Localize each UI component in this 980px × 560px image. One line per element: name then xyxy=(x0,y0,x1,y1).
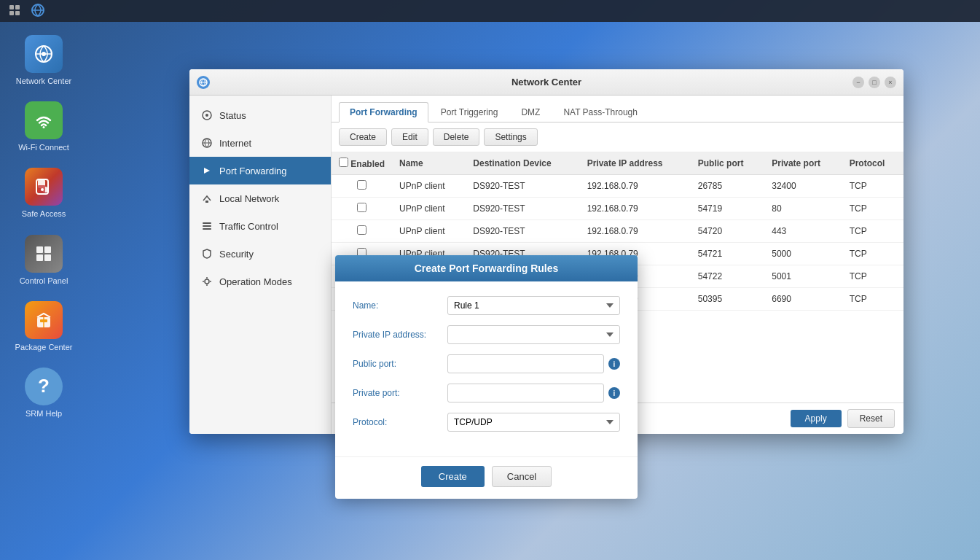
table-row: UPnP client DS920-TEST 192.168.0.79 2678… xyxy=(332,175,903,198)
nav-item-security[interactable]: Security xyxy=(189,240,331,268)
nav-item-internet[interactable]: Internet xyxy=(189,129,331,157)
toolbar: Create Edit Delete Settings xyxy=(332,122,903,152)
window-minimize-button[interactable]: − xyxy=(852,77,864,88)
control-panel-label: Control Panel xyxy=(20,276,68,286)
svg-rect-32 xyxy=(203,228,211,230)
wifi-label: Wi-Fi Connect xyxy=(18,143,69,152)
row-enabled-cell xyxy=(332,175,392,198)
private-port-info-icon[interactable]: i xyxy=(608,387,620,399)
safe-access-icon xyxy=(25,168,63,206)
desktop: Network Center Wi-Fi Connect xyxy=(0,0,980,560)
network-center-icon xyxy=(25,35,63,73)
window-maximize-button[interactable]: □ xyxy=(869,77,880,88)
active-app-button[interactable] xyxy=(27,1,49,20)
nav-item-port-forwarding[interactable]: Port Forwarding xyxy=(189,157,331,184)
svg-rect-29 xyxy=(205,201,208,203)
col-enabled: Enabled xyxy=(332,152,392,175)
window-titlebar: Network Center − □ × xyxy=(189,69,903,96)
col-private-port: Private port xyxy=(764,152,842,175)
sidebar-item-safe-access[interactable]: Safe Access xyxy=(4,162,84,225)
modal-cancel-button[interactable]: Cancel xyxy=(492,466,552,487)
apply-button[interactable]: Apply xyxy=(791,410,842,427)
row-checkbox-2[interactable] xyxy=(357,225,366,235)
table-row: UPnP client DS920-TEST 192.168.0.79 5471… xyxy=(332,198,903,220)
delete-button[interactable]: Delete xyxy=(433,128,480,146)
svg-rect-2 xyxy=(9,11,14,15)
tab-nat-pass-through[interactable]: NAT Pass-Through xyxy=(552,102,648,122)
row-private-ip-cell: 192.168.0.79 xyxy=(580,220,691,243)
svg-rect-30 xyxy=(203,222,211,224)
nav-item-local-network[interactable]: Local Network xyxy=(189,184,331,212)
sidebar-item-package-center[interactable]: Package Center xyxy=(4,295,84,358)
taskbar xyxy=(0,0,980,22)
modal-create-button[interactable]: Create xyxy=(421,466,485,487)
row-device-cell: DS920-TEST xyxy=(466,175,579,198)
control-panel-icon xyxy=(25,235,63,273)
row-public-port-cell: 54722 xyxy=(691,265,765,288)
name-field-label: Name: xyxy=(353,300,447,311)
modal-title: Create Port Forwarding Rules xyxy=(415,262,559,274)
row-private-port-cell: 443 xyxy=(764,220,842,243)
tab-port-triggering[interactable]: Port Triggering xyxy=(430,102,509,122)
sidebar-item-network-center[interactable]: Network Center xyxy=(4,29,84,92)
public-port-input[interactable] xyxy=(447,354,604,373)
table-row: UPnP client DS920-TEST 192.168.0.79 5472… xyxy=(332,220,903,243)
col-name: Name xyxy=(392,152,466,175)
public-port-field-container: i xyxy=(447,354,620,373)
svg-point-25 xyxy=(205,114,208,117)
safe-access-label: Safe Access xyxy=(22,209,66,219)
tab-port-forwarding[interactable]: Port Forwarding xyxy=(339,102,428,122)
nav-item-traffic-control[interactable]: Traffic Control xyxy=(189,212,331,240)
srm-help-label: SRM Help xyxy=(26,409,62,419)
form-row-name: Name: Rule 1 xyxy=(353,296,620,315)
svg-rect-15 xyxy=(36,246,43,253)
row-protocol-cell: TCP xyxy=(842,243,903,265)
name-select[interactable]: Rule 1 xyxy=(447,296,620,315)
create-button[interactable]: Create xyxy=(339,128,387,146)
nav-item-operation-modes[interactable]: Operation Modes xyxy=(189,268,331,295)
svg-rect-31 xyxy=(203,225,211,227)
public-port-info-icon[interactable]: i xyxy=(608,358,620,370)
window-controls: − □ × xyxy=(852,77,896,88)
svg-point-9 xyxy=(43,126,45,128)
row-private-ip-cell: 192.168.0.79 xyxy=(580,175,691,198)
svg-point-14 xyxy=(41,188,44,191)
row-public-port-cell: 54719 xyxy=(691,198,765,220)
network-center-taskbar-icon xyxy=(31,4,44,19)
sidebar-item-wifi[interactable]: Wi-Fi Connect xyxy=(4,96,84,158)
row-checkbox-1[interactable] xyxy=(357,203,366,212)
row-private-port-cell: 32400 xyxy=(764,175,842,198)
modal-body: Name: Rule 1 Private IP address: Public … xyxy=(335,281,638,456)
sidebar-item-srm-help[interactable]: ? SRM Help xyxy=(4,362,84,424)
select-all-checkbox[interactable] xyxy=(339,158,348,167)
window-close-button[interactable]: × xyxy=(885,77,896,88)
private-port-field-container: i xyxy=(447,384,620,402)
col-protocol: Protocol xyxy=(842,152,903,175)
private-ip-select[interactable] xyxy=(447,325,620,344)
package-center-label: Package Center xyxy=(15,343,73,352)
srm-help-icon: ? xyxy=(25,368,63,405)
tab-dmz[interactable]: DMZ xyxy=(510,102,551,122)
protocol-select[interactable]: TCP/UDP TCP UDP xyxy=(447,413,620,432)
private-port-input[interactable] xyxy=(447,384,604,402)
settings-button[interactable]: Settings xyxy=(484,128,537,146)
nav-item-status[interactable]: Status xyxy=(189,101,331,129)
row-name-cell: UPnP client xyxy=(392,198,466,220)
row-private-port-cell: 5001 xyxy=(764,265,842,288)
app-grid-button[interactable] xyxy=(4,1,26,20)
reset-button[interactable]: Reset xyxy=(847,409,895,428)
row-name-cell: UPnP client xyxy=(392,220,466,243)
svg-rect-0 xyxy=(9,5,14,9)
col-private-ip: Private IP address xyxy=(580,152,691,175)
row-protocol-cell: TCP xyxy=(842,175,903,198)
row-private-port-cell: 5000 xyxy=(764,243,842,265)
row-public-port-cell: 50395 xyxy=(691,288,765,311)
window-title: Network Center xyxy=(511,77,581,88)
tab-bar: Port Forwarding Port Triggering DMZ NAT … xyxy=(332,96,903,122)
app-sidebar: Network Center Wi-Fi Connect xyxy=(0,22,87,560)
sidebar-item-control-panel[interactable]: Control Panel xyxy=(4,229,84,292)
row-checkbox-0[interactable] xyxy=(357,180,366,190)
edit-button[interactable]: Edit xyxy=(391,128,428,146)
public-port-label: Public port: xyxy=(353,359,447,369)
svg-point-8 xyxy=(42,52,46,56)
